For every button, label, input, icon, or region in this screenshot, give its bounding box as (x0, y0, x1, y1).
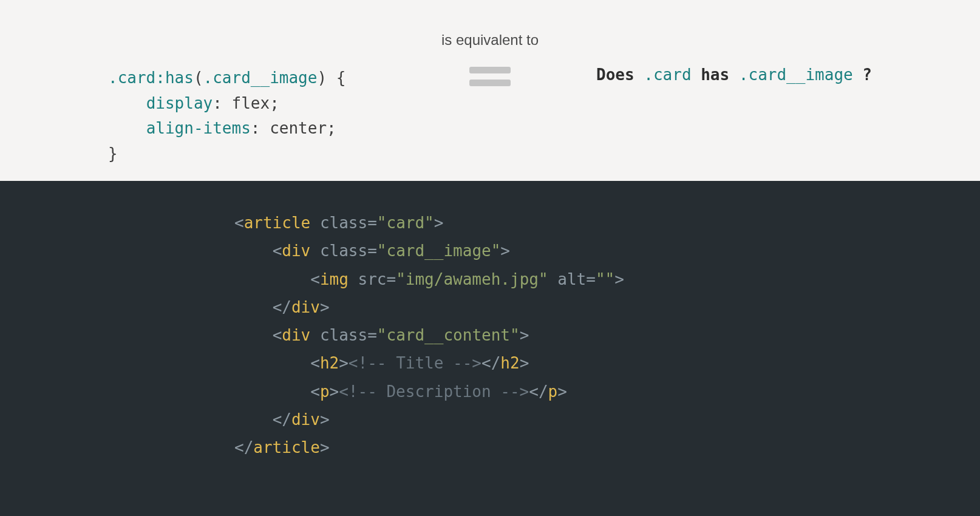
html-tag-p-open: p (320, 382, 330, 401)
html-attr-src: src (358, 270, 387, 288)
english-equivalence: Does .card has .card__image ? (596, 66, 872, 84)
html-tag-div-image-open: div (282, 242, 310, 260)
html-tag-h2-open: h2 (320, 354, 339, 372)
css-code-block: .card:has(.card__image) { display: flex;… (108, 66, 345, 166)
html-code-block: <article class="card"> <div class="card_… (234, 209, 624, 461)
html-tag-div-content-open: div (282, 326, 310, 344)
html-tag-img: img (320, 270, 349, 288)
css-prop-align-items: align-items (146, 119, 251, 137)
html-tag-p-close: p (548, 382, 558, 401)
css-has-arg: .card__image (203, 69, 318, 87)
html-val-card-content: "card__content" (377, 326, 520, 344)
html-tag-h2-close: h2 (500, 354, 519, 372)
html-attr-class-3: class (320, 326, 367, 344)
html-attr-class-2: class (320, 242, 367, 260)
question-arg: .card__image (739, 66, 853, 84)
question-mark: ? (862, 66, 872, 84)
html-comment-desc: <!-- Description --> (339, 382, 529, 401)
css-val-center: center (270, 119, 327, 137)
css-val-flex: flex (232, 94, 270, 112)
html-tag-div-close-2: div (291, 410, 320, 429)
question-selector: .card (644, 66, 691, 84)
html-comment-title: <!-- Title --> (349, 354, 481, 372)
css-selector: .card (108, 69, 155, 87)
html-val-card: "card" (377, 214, 434, 232)
css-prop-display: display (146, 94, 213, 112)
html-val-alt: "" (596, 270, 614, 288)
equals-icon (469, 67, 511, 86)
question-has: has (692, 66, 739, 84)
html-attr-alt: alt (557, 270, 586, 288)
html-val-imgsrc: "img/awameh.jpg" (396, 270, 548, 288)
equivalence-caption: is equivalent to (0, 32, 980, 49)
html-tag-div-close-1: div (291, 298, 320, 316)
top-light-panel: is equivalent to .card:has(.card__image)… (0, 0, 980, 181)
bottom-dark-panel: <article class="card"> <div class="card_… (0, 181, 980, 516)
css-pseudo: :has (155, 69, 194, 87)
html-tag-article-open: article (244, 214, 311, 232)
html-attr-class: class (320, 214, 367, 232)
html-val-card-image: "card__image" (377, 242, 501, 260)
html-tag-article-close: article (253, 438, 320, 457)
question-does: Does (596, 66, 635, 84)
